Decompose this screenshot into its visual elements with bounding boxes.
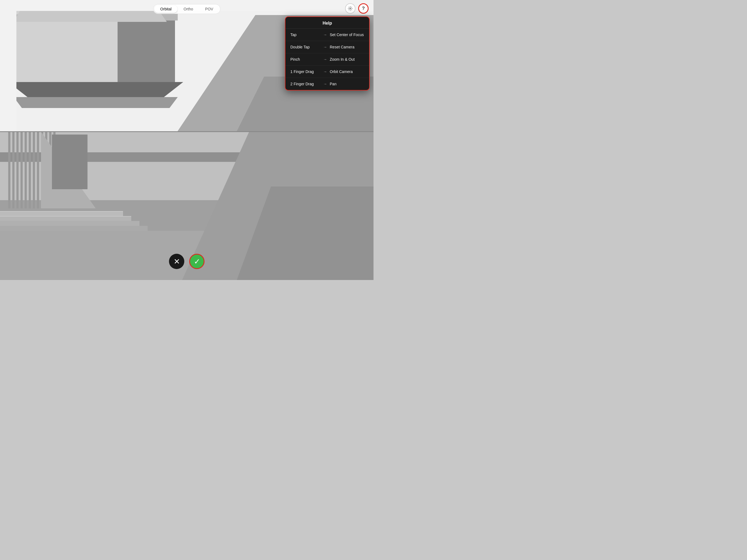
- stripe: [8, 132, 10, 208]
- help-button[interactable]: ?: [358, 3, 368, 14]
- gesture-double-tap: Double Tap: [290, 45, 320, 49]
- tab-pov[interactable]: POV: [199, 5, 219, 13]
- tab-orbital[interactable]: Orbital: [154, 5, 177, 13]
- confirm-button[interactable]: ✓: [189, 254, 205, 269]
- arch-underside: [8, 82, 183, 98]
- step-4: [0, 226, 148, 231]
- stripe: [37, 132, 39, 208]
- gesture-pinch: Pinch: [290, 57, 320, 61]
- cancel-icon: ✕: [174, 257, 180, 266]
- help-row-double-tap: Double Tap → Reset Camera: [285, 41, 369, 53]
- gesture-1finger: 1 Finger Drag: [290, 70, 320, 74]
- step-1: [0, 211, 123, 216]
- step-2: [0, 216, 131, 221]
- stripe: [12, 132, 15, 208]
- gear-icon: [348, 6, 353, 11]
- help-row-tap: Tap → Set Center of Focus: [285, 29, 369, 41]
- stripe: [25, 132, 27, 208]
- help-row-pinch: Pinch → Zoom In & Out: [285, 53, 369, 66]
- cancel-button[interactable]: ✕: [169, 254, 184, 269]
- gesture-2finger: 2 Finger Drag: [290, 82, 320, 86]
- top-right-controls: ?: [345, 3, 368, 14]
- help-popup: Help Tap → Set Center of Focus Double Ta…: [285, 17, 370, 91]
- action-1finger: Orbit Camera: [330, 70, 353, 74]
- arrow-tap: →: [323, 32, 327, 37]
- action-double-tap: Reset Camera: [330, 45, 354, 49]
- help-title: Help: [285, 17, 369, 29]
- bottom-controls: ✕ ✓: [169, 254, 205, 269]
- step-3: [0, 221, 139, 226]
- confirm-icon: ✓: [194, 257, 200, 266]
- view-mode-nav: Orbital Ortho POV: [153, 4, 221, 14]
- question-mark-icon: ?: [362, 6, 365, 11]
- stripe: [17, 132, 19, 208]
- help-row-2finger: 2 Finger Drag → Pan: [285, 78, 369, 90]
- settings-button[interactable]: [345, 3, 356, 14]
- arrow-1finger: →: [323, 70, 327, 74]
- door-opening: [52, 134, 87, 189]
- action-2finger: Pan: [330, 82, 337, 86]
- action-pinch: Zoom In & Out: [330, 57, 355, 61]
- svg-point-0: [350, 8, 351, 9]
- arch-shadow: [14, 97, 178, 108]
- scene-divider: [0, 131, 374, 132]
- arrow-double-tap: →: [323, 45, 327, 49]
- arrow-2finger: →: [323, 82, 327, 86]
- gesture-tap: Tap: [290, 32, 320, 37]
- stripe: [33, 132, 35, 208]
- bg-upper-left: [0, 0, 17, 137]
- stripe: [29, 132, 31, 208]
- action-tap: Set Center of Focus: [330, 32, 364, 37]
- tab-ortho[interactable]: Ortho: [177, 5, 199, 13]
- help-row-1finger: 1 Finger Drag → Orbit Camera: [285, 66, 369, 78]
- stripe: [21, 132, 23, 208]
- arrow-pinch: →: [323, 57, 327, 61]
